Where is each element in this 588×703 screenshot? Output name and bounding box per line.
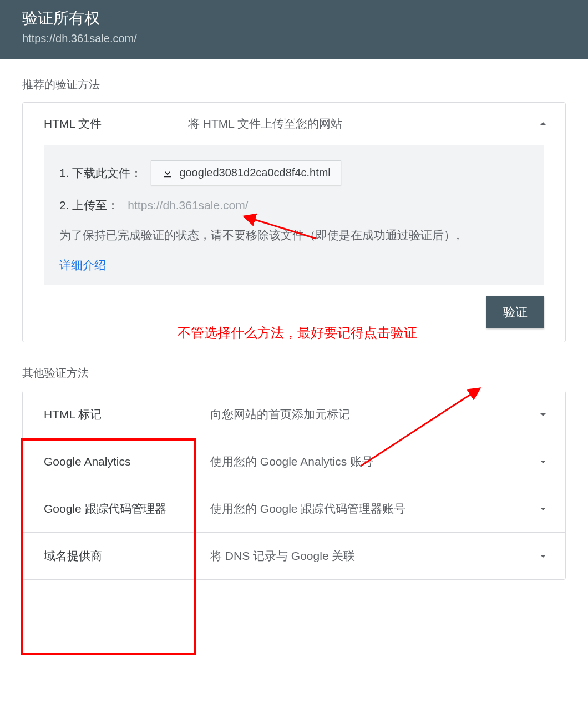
chevron-down-icon (536, 502, 550, 515)
other-name: HTML 标记 (44, 407, 210, 422)
chevron-up-icon (536, 117, 550, 130)
other-name: Google Analytics (44, 455, 210, 468)
step-1-label: 1. 下载此文件： (59, 165, 142, 181)
recommended-label: 推荐的验证方法 (22, 77, 566, 92)
other-desc: 将 DNS 记录与 Google 关联 (210, 548, 536, 564)
other-name: Google 跟踪代码管理器 (44, 501, 210, 517)
method-google-analytics[interactable]: Google Analytics 使用您的 Google Analytics 账… (23, 438, 565, 485)
chevron-down-icon (536, 455, 550, 468)
step-2-row: 2. 上传至： https://dh.361sale.com/ (59, 198, 529, 213)
action-row: 验证 (23, 285, 565, 342)
download-filename: googled3081d2ca0cd8f4c.html (179, 166, 330, 179)
upload-url: https://dh.361sale.com/ (128, 199, 248, 212)
method-domain-provider[interactable]: 域名提供商 将 DNS 记录与 Google 关联 (23, 532, 565, 579)
verify-button[interactable]: 验证 (486, 296, 544, 328)
recommended-card: HTML 文件 将 HTML 文件上传至您的网站 1. 下载此文件： googl… (22, 102, 566, 342)
method-html-file-header[interactable]: HTML 文件 将 HTML 文件上传至您的网站 (23, 103, 565, 145)
page-title: 验证所有权 (22, 8, 566, 29)
other-desc: 使用您的 Google Analytics 账号 (210, 454, 536, 469)
page-url: https://dh.361sale.com/ (22, 32, 566, 45)
page-header: 验证所有权 https://dh.361sale.com/ (0, 0, 588, 59)
other-desc: 使用您的 Google 跟踪代码管理器账号 (210, 501, 536, 517)
keep-file-note: 为了保持已完成验证的状态，请不要移除该文件（即使是在成功通过验证后）。 (59, 225, 529, 245)
method-html-tag[interactable]: HTML 标记 向您网站的首页添加元标记 (23, 391, 565, 438)
chevron-down-icon (536, 549, 550, 563)
other-desc: 向您网站的首页添加元标记 (210, 407, 536, 422)
method-desc: 将 HTML 文件上传至您的网站 (188, 116, 536, 132)
method-body: 1. 下载此文件： googled3081d2ca0cd8f4c.html 2.… (44, 145, 544, 285)
download-icon (161, 167, 174, 179)
step-2-label: 2. 上传至： (59, 198, 119, 213)
download-file-button[interactable]: googled3081d2ca0cd8f4c.html (151, 160, 341, 185)
chevron-down-icon (536, 408, 550, 421)
method-name: HTML 文件 (44, 116, 188, 132)
method-google-tag-manager[interactable]: Google 跟踪代码管理器 使用您的 Google 跟踪代码管理器账号 (23, 485, 565, 532)
other-methods-card: HTML 标记 向您网站的首页添加元标记 Google Analytics 使用… (22, 391, 566, 580)
step-1-row: 1. 下载此文件： googled3081d2ca0cd8f4c.html (59, 160, 529, 185)
other-methods-label: 其他验证方法 (22, 366, 566, 381)
learn-more-link[interactable]: 详细介绍 (59, 257, 106, 273)
other-name: 域名提供商 (44, 548, 210, 564)
